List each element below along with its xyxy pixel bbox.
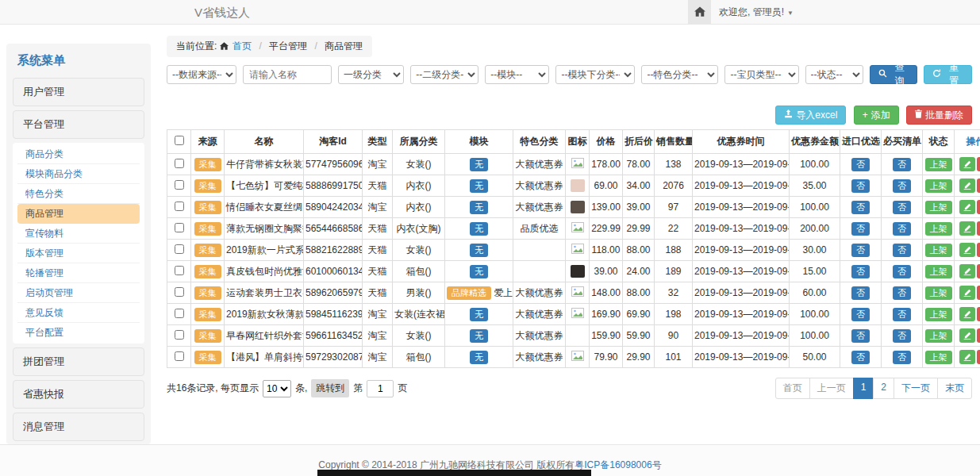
sidebar-item-13[interactable]: 省惠快报	[13, 380, 144, 409]
row-checkbox[interactable]	[175, 159, 184, 168]
page-button-2[interactable]: 1	[853, 378, 874, 399]
sidebar-item-4[interactable]: 特色分类	[17, 184, 140, 204]
per-page-select[interactable]: 10	[263, 380, 291, 397]
status-toggle[interactable]: 上架	[925, 244, 952, 257]
row-checkbox[interactable]	[175, 180, 184, 190]
batch-delete-button[interactable]: 批量删除	[906, 106, 972, 125]
status-toggle[interactable]: 上架	[925, 329, 952, 343]
mustbuy-toggle[interactable]: 否	[893, 308, 911, 321]
sidebar-item-2[interactable]: 商品分类	[17, 144, 140, 164]
mustbuy-toggle[interactable]: 否	[893, 286, 911, 300]
sidebar-item-10[interactable]: 意见反馈	[17, 303, 140, 323]
sidebar-item-14[interactable]: 消息管理	[13, 413, 144, 441]
mustbuy-toggle[interactable]: 否	[893, 244, 911, 257]
filter-select-status[interactable]: --状态--	[805, 65, 863, 84]
import-toggle[interactable]: 否	[851, 351, 870, 364]
mustbuy-toggle[interactable]: 否	[893, 222, 911, 236]
edit-button[interactable]	[959, 264, 975, 278]
import-excel-button[interactable]: 导入excel	[775, 106, 846, 125]
edit-button[interactable]	[959, 350, 975, 364]
mustbuy-toggle[interactable]: 否	[893, 351, 911, 364]
sidebar-item-3[interactable]: 模块商品分类	[17, 164, 140, 184]
import-toggle[interactable]: 否	[851, 286, 870, 300]
delete-button[interactable]	[977, 157, 980, 171]
jump-to-button[interactable]: 跳转到	[311, 379, 349, 397]
edit-button[interactable]	[959, 286, 975, 300]
sidebar-item-11[interactable]: 平台配置	[17, 323, 140, 342]
select-all-checkbox[interactable]	[175, 136, 184, 145]
mustbuy-toggle[interactable]: 否	[893, 179, 911, 193]
import-toggle[interactable]: 否	[851, 265, 870, 278]
page-button-5[interactable]: 末页	[937, 378, 972, 399]
filter-select-module-subcategory[interactable]: --模块下分类--	[555, 65, 635, 84]
page-button-3[interactable]: 2	[873, 378, 894, 399]
delete-button[interactable]	[977, 243, 980, 257]
import-toggle[interactable]: 否	[851, 179, 870, 193]
delete-button[interactable]	[977, 307, 980, 321]
status-toggle[interactable]: 上架	[925, 351, 952, 364]
sidebar-item-6[interactable]: 宣传物料	[17, 224, 140, 244]
breadcrumb-home-link[interactable]: 首页	[233, 40, 252, 52]
filter-select-level1-category[interactable]: 一级分类	[338, 65, 404, 84]
row-checkbox[interactable]	[175, 309, 184, 318]
sidebar-item-8[interactable]: 轮播管理	[17, 263, 140, 283]
mustbuy-toggle[interactable]: 否	[893, 265, 911, 278]
edit-button[interactable]	[959, 328, 975, 343]
filter-select-item-type[interactable]: --宝贝类型--	[724, 65, 798, 84]
delete-button[interactable]	[977, 350, 980, 364]
row-checkbox[interactable]	[175, 223, 184, 232]
filter-select-module[interactable]: --模块--	[485, 65, 549, 84]
mustbuy-toggle[interactable]: 否	[893, 158, 911, 171]
delete-button[interactable]	[977, 178, 980, 193]
edit-button[interactable]	[959, 200, 975, 214]
mustbuy-toggle[interactable]: 否	[893, 201, 911, 214]
import-toggle[interactable]: 否	[851, 201, 870, 214]
sidebar-item-12[interactable]: 拼团管理	[13, 347, 144, 376]
reset-button[interactable]: 重置	[924, 65, 972, 84]
row-checkbox[interactable]	[175, 202, 184, 211]
delete-button[interactable]	[977, 221, 980, 236]
filter-select-data-source[interactable]: --数据来源--	[167, 65, 236, 84]
edit-button[interactable]	[959, 307, 975, 321]
status-toggle[interactable]: 上架	[925, 265, 952, 278]
status-toggle[interactable]: 上架	[925, 179, 952, 193]
status-toggle[interactable]: 上架	[925, 158, 952, 171]
row-checkbox[interactable]	[175, 351, 184, 361]
sidebar-item-0[interactable]: 用户管理	[13, 78, 144, 106]
filter-name-input[interactable]	[243, 65, 332, 84]
status-toggle[interactable]: 上架	[925, 201, 952, 214]
page-button-0[interactable]: 首页	[775, 378, 810, 399]
delete-button[interactable]	[977, 200, 980, 214]
import-toggle[interactable]: 否	[851, 244, 870, 257]
filter-select-feature-category[interactable]: --特色分类--	[641, 65, 718, 84]
home-button[interactable]	[688, 0, 711, 25]
delete-button[interactable]	[977, 328, 980, 343]
row-checkbox[interactable]	[175, 330, 184, 340]
import-toggle[interactable]: 否	[851, 308, 870, 321]
edit-button[interactable]	[959, 243, 975, 257]
sidebar-item-5[interactable]: 商品管理	[17, 204, 140, 224]
mustbuy-toggle[interactable]: 否	[893, 329, 911, 343]
row-checkbox[interactable]	[175, 244, 184, 254]
status-toggle[interactable]: 上架	[925, 308, 952, 321]
page-button-1[interactable]: 上一页	[809, 378, 854, 399]
delete-button[interactable]	[977, 286, 980, 300]
edit-button[interactable]	[959, 221, 975, 236]
import-toggle[interactable]: 否	[851, 158, 870, 171]
status-toggle[interactable]: 上架	[925, 286, 952, 300]
add-button[interactable]: + 添加	[854, 106, 899, 125]
sidebar-item-9[interactable]: 启动页管理	[17, 283, 140, 303]
row-checkbox[interactable]	[175, 266, 184, 275]
filter-select-level2-category[interactable]: --二级分类--	[410, 65, 478, 84]
user-menu[interactable]: 欢迎您, 管理员!▼	[719, 0, 794, 25]
sidebar-item-1[interactable]: 平台管理	[13, 110, 144, 139]
row-checkbox[interactable]	[175, 287, 184, 297]
edit-button[interactable]	[959, 178, 975, 193]
page-button-4[interactable]: 下一页	[894, 378, 938, 399]
status-toggle[interactable]: 上架	[925, 222, 952, 236]
icp-link[interactable]: 粤ICP备16098006号	[575, 459, 661, 470]
import-toggle[interactable]: 否	[851, 222, 870, 236]
sidebar-item-7[interactable]: 版本管理	[17, 244, 140, 263]
delete-button[interactable]	[977, 264, 980, 278]
page-number-input[interactable]	[367, 380, 394, 397]
